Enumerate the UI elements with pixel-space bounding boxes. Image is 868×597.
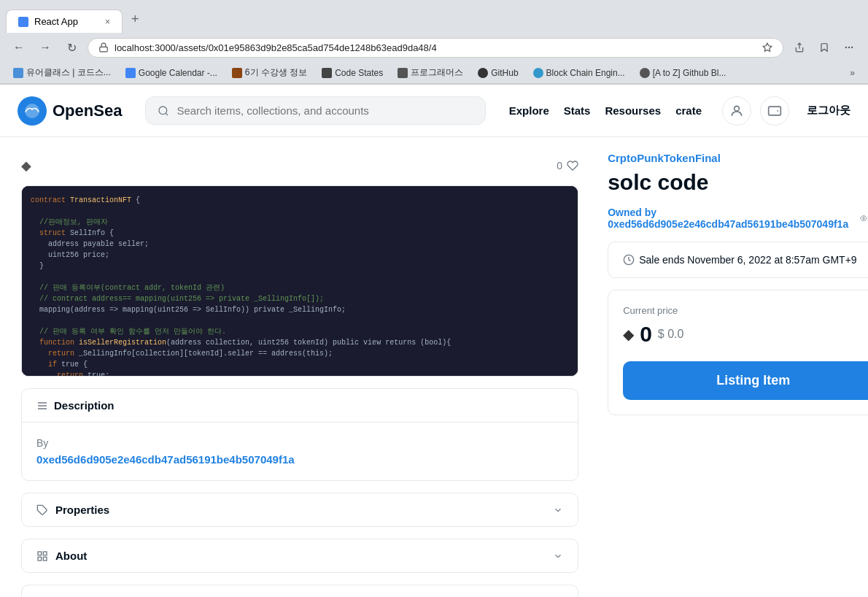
heart-icon[interactable] — [567, 160, 578, 172]
likes-count: 0 — [557, 160, 562, 172]
price-eth: 0 — [640, 322, 652, 347]
tab-label: React App — [34, 16, 78, 27]
timer-icon — [623, 254, 635, 266]
browser-nav: ← → ↻ localhost:3000/assets/0x01e95863d9… — [0, 33, 868, 62]
search-box[interactable] — [145, 96, 485, 125]
price-card: Current price ◆ 0 $ 0.0 Listing Item — [608, 290, 868, 415]
code-image: contract TransactionNFT { //판매정보, 판매자 st… — [22, 186, 578, 376]
forward-btn[interactable]: → — [35, 37, 55, 58]
wallet-icon — [767, 104, 782, 118]
bookmark-programmers[interactable]: 프로그래머스 — [392, 65, 469, 80]
owner-address[interactable]: 0xed56d6d905e2e46cdb47ad56191be4b507049f… — [608, 218, 848, 230]
asset-top-bar: ◆ 0 — [21, 152, 578, 180]
new-tab-btn[interactable]: + — [123, 6, 148, 33]
share-btn[interactable] — [789, 37, 810, 58]
asset-likes: 0 — [557, 160, 578, 172]
wallet-btn[interactable] — [760, 96, 789, 126]
opensea-logo-text: OpenSea — [53, 101, 122, 120]
main-content: ◆ 0 contract TransactionNFT { //판매정보, 판매… — [4, 137, 864, 597]
opensea-logo[interactable]: OpenSea — [18, 96, 122, 126]
bookmark-label: 유어클래스 | 코드스... — [26, 66, 111, 79]
nav-stats[interactable]: Stats — [564, 104, 591, 117]
svg-point-6 — [25, 104, 39, 118]
bookmark-btn[interactable] — [814, 37, 834, 58]
description-header-icon — [36, 400, 48, 412]
nav-actions — [789, 37, 859, 58]
nav-explore[interactable]: Explore — [509, 104, 549, 117]
bookmark-icon — [125, 68, 136, 78]
search-icon — [158, 105, 169, 117]
eye-icon — [860, 213, 867, 223]
bookmark-6ki[interactable]: 6기 수강생 정보 — [226, 65, 313, 80]
svg-point-7 — [159, 107, 167, 115]
properties-header[interactable]: Properties — [22, 493, 578, 526]
owner-prefix: Owned by — [608, 207, 656, 218]
price-label: Current price — [623, 305, 868, 316]
price-usd: $ 0.0 — [658, 328, 684, 341]
listing-item-btn[interactable]: Listing Item — [623, 361, 868, 400]
nav-crate[interactable]: crate — [675, 104, 702, 117]
bookmark-yuorclass[interactable]: 유어클래스 | 코드스... — [7, 65, 117, 80]
search-input[interactable] — [177, 104, 473, 117]
about-card: About — [21, 539, 578, 573]
svg-point-4 — [852, 47, 853, 47]
svg-rect-14 — [38, 552, 42, 555]
asset-views: 17 views — [860, 207, 868, 230]
bookmark-label: [A to Z] Github Bl... — [653, 68, 726, 78]
nav-icons — [722, 96, 789, 126]
bookmark-atoz[interactable]: [A to Z] Github Bl... — [634, 66, 732, 80]
asset-meta: Owned by 0xed56d6d905e2e46cdb47ad56191be… — [608, 207, 868, 230]
bookmark-label: Block Chain Engin... — [546, 68, 625, 78]
svg-rect-0 — [100, 47, 108, 51]
properties-chevron-icon — [553, 505, 563, 515]
nav-resources[interactable]: Resourses — [605, 104, 661, 117]
bookmark-icon — [232, 68, 242, 78]
address-bar[interactable]: localhost:3000/assets/0x01e95863d9b2e85c… — [88, 38, 783, 58]
bookmark-gcal[interactable]: Google Calendar -... — [120, 66, 223, 80]
bookmarks-more-btn[interactable]: » — [844, 66, 861, 80]
about-icon — [36, 550, 48, 562]
svg-rect-15 — [43, 552, 47, 555]
description-header[interactable]: Description — [22, 389, 578, 423]
url-display: localhost:3000/assets/0x01e95863d9b2e85c… — [115, 42, 756, 53]
sale-timer-text: Sale ends November 6, 2022 at 8:57am GMT… — [623, 254, 868, 266]
description-body: By 0xed56d6d905e2e46cdb47ad56191be4b5070… — [22, 423, 578, 480]
profile-btn[interactable] — [722, 96, 751, 126]
right-panel: CrptoPunkTokenFinal solc code Owned by 0… — [608, 152, 868, 415]
bookmark-label: Code States — [335, 68, 383, 78]
sale-timer-card: Sale ends November 6, 2022 at 8:57am GMT… — [608, 242, 868, 278]
bookmark-icon — [398, 68, 408, 78]
opensea-search — [145, 96, 485, 125]
code-block: contract TransactionNFT { //판매정보, 판매자 st… — [31, 195, 569, 376]
active-tab[interactable]: React App × — [6, 9, 123, 33]
tab-favicon — [18, 17, 28, 27]
left-panel: ◆ 0 contract TransactionNFT { //판매정보, 판매… — [21, 152, 578, 597]
reload-btn[interactable]: ↻ — [61, 37, 82, 58]
bookmark-icon — [478, 68, 488, 78]
svg-marker-1 — [763, 43, 772, 51]
bookmark-codestates[interactable]: Code States — [316, 66, 389, 80]
browser-chrome: React App × + ← → ↻ localhost:3000/asset… — [0, 0, 868, 85]
collection-name[interactable]: CrptoPunkTokenFinal — [608, 152, 868, 164]
about-header[interactable]: About — [22, 539, 578, 572]
logout-btn[interactable]: 로그아웃 — [807, 104, 850, 118]
opensea-logo-icon — [18, 96, 47, 126]
details-header[interactable]: Details — [22, 585, 578, 597]
svg-point-8 — [735, 106, 740, 111]
opensea-header: OpenSea Explore Stats Resourses crate 로그… — [0, 85, 868, 137]
back-btn[interactable]: ← — [9, 37, 29, 58]
bookmarks-bar: 유어클래스 | 코드스... Google Calendar -... 6기 수… — [0, 62, 868, 84]
tab-close-btn[interactable]: × — [105, 17, 110, 27]
bookmark-blockchain[interactable]: Block Chain Engin... — [527, 66, 631, 80]
bookmark-label: GitHub — [491, 68, 518, 78]
bookmark-label: 6기 수강생 정보 — [245, 66, 307, 79]
description-title: Description — [54, 399, 115, 412]
bookmark-github[interactable]: GitHub — [472, 66, 524, 80]
svg-point-5 — [845, 47, 846, 47]
bookmark-label: 프로그래머스 — [411, 66, 463, 79]
svg-point-3 — [848, 47, 849, 47]
svg-rect-9 — [769, 107, 781, 115]
star-icon[interactable] — [762, 42, 772, 53]
extensions-btn[interactable] — [839, 37, 859, 58]
lock-icon — [98, 42, 109, 53]
